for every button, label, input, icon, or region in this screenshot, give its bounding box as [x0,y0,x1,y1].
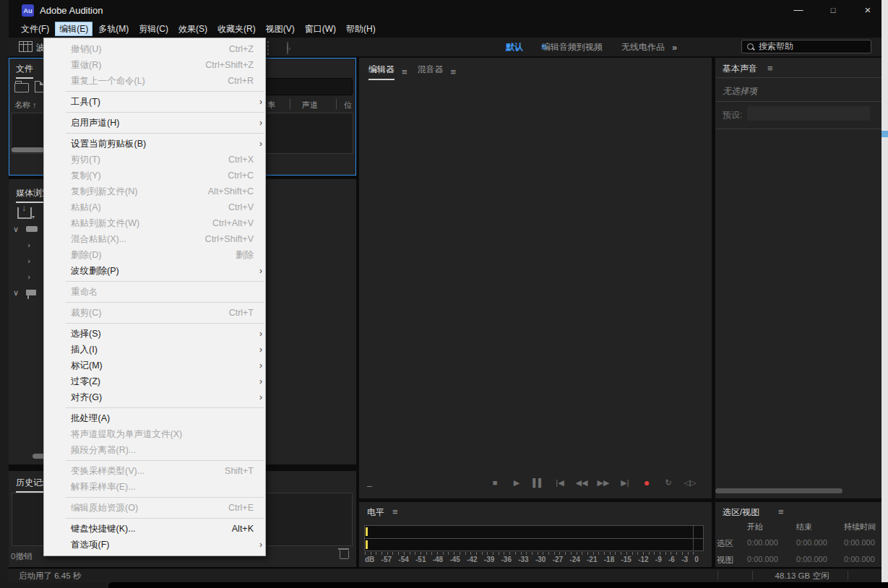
selection-end-value[interactable]: 0:00.000 [789,538,837,549]
workspace-menu-icon[interactable]: ≡ [541,41,547,52]
levels-panel-menu-icon[interactable] [392,506,398,517]
tab-files[interactable]: 文件 [16,63,33,79]
view-duration-value[interactable]: 0:00.000 [837,555,880,566]
menu-bar-item[interactable]: 剪辑(C) [134,22,173,36]
menu-item[interactable]: 复制到新文件(N) Alt+Shift+C › [44,183,265,199]
lasso-selection-tool-icon[interactable] [287,42,298,53]
menu-item[interactable]: 频段分离器(R)... › [44,442,265,458]
editor-panel-menu-icon[interactable] [402,66,408,77]
selection-view-menu-icon[interactable] [778,506,784,517]
menu-item[interactable]: 首选项(F) › [44,537,265,553]
tree-chevron-icon[interactable]: › [23,272,35,281]
maximize-button[interactable]: □ [822,3,844,17]
workspace-tab[interactable]: 编辑音频到视频 [542,41,603,53]
menu-separator [66,497,264,498]
menu-item[interactable]: 过零(Z) › [44,373,265,389]
workspace-tab[interactable]: 默认 [506,41,523,53]
menu-item[interactable]: 删除(D) 删除 › [44,247,265,263]
paintbrush-tool-icon[interactable] [306,42,317,53]
editor-tab[interactable]: 编辑器 [368,64,395,80]
menu-item[interactable]: 重做(R) Ctrl+Shift+Z › [44,57,265,73]
menu-item[interactable]: 设置当前剪贴板(B) › [44,136,265,152]
menu-item[interactable]: 混合粘贴(X)... Ctrl+Shift+V › [44,231,265,247]
essential-sound-menu-icon[interactable] [767,63,773,74]
tab-selection-view[interactable]: 选区/视图 [723,506,759,519]
loop-playback-button[interactable]: ↻ [659,475,678,490]
column-bit-depth[interactable]: 位 [344,100,352,111]
menu-item[interactable]: 选择(S) › [44,326,265,342]
menu-item[interactable]: 粘贴到新文件(W) Ctrl+Alt+V › [44,215,265,231]
column-start: 开始 [740,522,789,532]
meter-scale-label: -24 [569,555,579,563]
menu-item[interactable]: 裁剪(C) Ctrl+T › [44,305,265,321]
view-end-value[interactable]: 0:00.000 [789,555,837,566]
tree-node-icon [26,290,36,295]
menu-item[interactable]: 将声道提取为单声道文件(X) › [44,426,265,442]
tab-essential-sound[interactable]: 基本声音 [723,63,757,75]
play-button[interactable]: ▶ [507,475,526,490]
waveform-view-toggle-icon[interactable] [19,41,33,52]
open-file-icon[interactable] [14,83,29,92]
menu-item[interactable]: 插入(I) › [44,342,265,358]
menu-bar-item[interactable]: 文件(F) [17,22,53,36]
menu-bar-item[interactable]: 多轨(M) [94,22,133,36]
menu-item[interactable]: 编辑原始资源(O) Ctrl+E › [44,500,265,516]
menu-bar-item[interactable]: 视图(V) [262,22,299,36]
menu-item[interactable]: 标记(M) › [44,358,265,373]
menu-item[interactable]: 变换采样类型(V)... Shift+T › [44,463,265,479]
menu-item[interactable]: 波纹删除(P) › [44,263,265,279]
view-start-value[interactable]: 0:00.000 [740,555,789,566]
column-channels[interactable]: 声道 [302,100,318,111]
files-horizontal-scrollbar[interactable] [12,147,45,152]
tab-levels[interactable]: 电平 [367,506,384,519]
editor-tab[interactable]: 混音器 [418,64,444,80]
menu-item[interactable]: 撤销(U) Ctrl+Z › [44,41,265,57]
workspace-tab[interactable]: 无线电作品 [621,41,665,53]
menu-item[interactable]: 重命名 › [44,284,265,300]
essential-sound-horizontal-scrollbar[interactable] [715,488,842,493]
minimize-button[interactable]: — [788,3,809,17]
stop-button[interactable]: ■ [486,475,504,490]
menu-bar-item[interactable]: 收藏夹(R) [213,22,260,36]
menu-item[interactable]: 批处理(A) › [44,410,265,426]
menu-item[interactable]: 对齐(G) › [44,389,265,405]
menu-bar-item[interactable]: 编辑(E) [55,22,92,36]
rewind-button[interactable]: ◀◀ [572,475,591,490]
workspace-overflow-icon[interactable]: » [672,42,677,53]
menu-item[interactable]: 工具(T) › [44,94,265,110]
menu-item[interactable]: 解释采样率(E)... › [44,479,265,495]
media-import-icon[interactable] [17,207,32,219]
marquee-selection-tool-icon[interactable] [267,42,278,53]
trash-icon[interactable] [340,550,349,559]
dropdown-caret-icon[interactable]: ▾ [32,214,35,220]
pause-button[interactable]: ▌▌ [529,475,548,490]
menu-item[interactable]: 启用声道(H) › [44,115,265,131]
selection-start-value[interactable]: 0:00.000 [740,538,789,549]
menu-item[interactable]: 剪切(T) Ctrl+X › [44,152,265,168]
selection-duration-value[interactable]: 0:00.000 [837,538,880,549]
skip-to-end-button[interactable]: ▶| [616,475,634,490]
record-button[interactable]: ● [637,475,656,490]
menu-bar-item[interactable]: 窗口(W) [301,22,340,36]
tree-chevron-icon[interactable]: › [23,241,35,249]
editor-panel-menu-icon[interactable] [451,66,457,77]
skip-selection-button[interactable]: ◁▷ [681,475,699,490]
column-name[interactable]: 名称 ↑ [14,100,37,111]
menu-item[interactable]: 键盘快捷键(K)... Alt+K › [44,521,265,537]
skip-to-start-button[interactable]: |◀ [551,475,569,490]
tree-chevron-icon[interactable]: › [23,256,35,265]
menu-item[interactable]: 重复上一个命令(L) Ctrl+R › [44,73,265,89]
close-button[interactable]: × [857,3,879,17]
menu-item[interactable]: 粘贴(A) Ctrl+V › [44,199,265,215]
fast-forward-button[interactable]: ▶▶ [594,475,613,490]
search-help-box[interactable]: 搜索帮助 [741,40,871,53]
menu-bar-item[interactable]: 帮助(H) [342,22,380,36]
menu-bar-item[interactable]: 效果(S) [174,22,212,36]
menu-separator [66,518,264,519]
preset-dropdown[interactable] [747,106,870,121]
column-sample-rate[interactable]: 率 [267,100,275,111]
spot-healing-brush-tool-icon[interactable] [326,42,337,53]
tree-chevron-icon[interactable]: ∨ [10,288,22,298]
menu-item[interactable]: 复制(Y) Ctrl+C › [44,168,265,183]
tree-chevron-icon[interactable]: ∨ [10,225,22,234]
